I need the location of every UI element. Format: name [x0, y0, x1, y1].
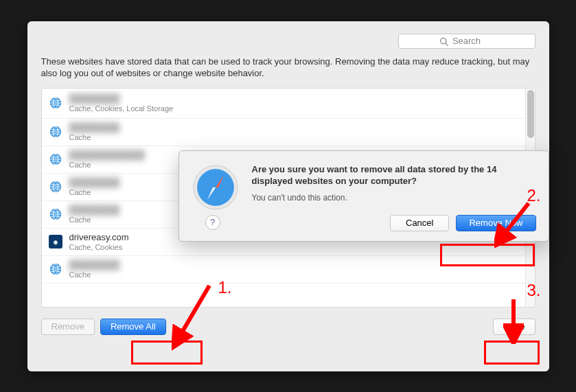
topbar: [41, 34, 535, 49]
search-wrap: [398, 34, 535, 49]
data-types: Cache, Cookies, Local Storage: [69, 104, 174, 113]
data-types: Cache, Cookies: [69, 243, 129, 251]
globe-icon: [49, 152, 62, 166]
help-button[interactable]: ?: [205, 215, 220, 230]
data-types: Cache: [69, 161, 146, 169]
list-item[interactable]: ████████ Cache: [42, 119, 525, 146]
data-types: Cache: [69, 133, 120, 141]
globe-icon: [49, 207, 62, 221]
annotation-box-1: [131, 341, 203, 365]
confirm-dialog: Are you sure you want to remove all data…: [178, 150, 549, 242]
drivereasy-icon: ⎈: [49, 235, 62, 249]
globe-icon: [49, 262, 62, 276]
search-input[interactable]: [398, 34, 535, 49]
remove-now-button[interactable]: Remove Now: [456, 215, 535, 231]
list-item[interactable]: ████████ Cache: [42, 256, 525, 284]
domain-name: drivereasy.com: [69, 232, 129, 242]
domain-name: ████████: [69, 93, 174, 104]
list-item[interactable]: ████████ Cache, Cookies, Local Storage: [42, 89, 525, 119]
data-types: Cache: [69, 270, 120, 279]
remove-button: Remove: [41, 319, 95, 335]
globe-icon: [49, 180, 62, 194]
data-types: Cache: [69, 216, 120, 224]
done-button[interactable]: Done: [493, 319, 535, 335]
domain-name: ████████: [69, 260, 120, 270]
bottombar: Remove Remove All Done: [41, 319, 535, 335]
domain-name: ████████████: [69, 150, 146, 160]
domain-name: ████████: [69, 122, 120, 132]
cancel-button[interactable]: Cancel: [390, 215, 449, 231]
safari-icon: [192, 163, 240, 211]
dialog-subtitle: You can't undo this action.: [252, 193, 536, 203]
domain-name: ████████: [69, 205, 120, 215]
scrollbar-thumb[interactable]: [527, 90, 534, 138]
globe-icon: [49, 125, 62, 139]
globe-icon: [49, 96, 62, 110]
data-types: Cache: [69, 188, 120, 196]
remove-all-button[interactable]: Remove All: [100, 319, 166, 335]
privacy-window: These websites have stored data that can…: [27, 21, 549, 371]
description-text: These websites have stored data that can…: [41, 56, 535, 80]
domain-name: ████████: [69, 177, 120, 187]
dialog-title: Are you sure you want to remove all data…: [252, 163, 536, 187]
annotation-box-3: [484, 341, 540, 365]
